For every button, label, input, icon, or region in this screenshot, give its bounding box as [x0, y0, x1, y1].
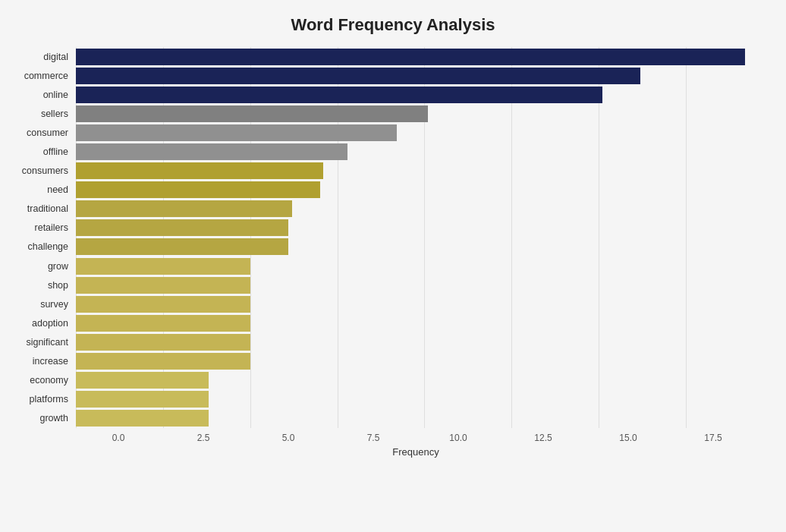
grid-line [250, 47, 251, 428]
bar-label: growth [8, 413, 76, 423]
bar-row: economy [76, 372, 756, 389]
bar-row: consumer [76, 124, 756, 141]
chart-container: Word Frequency Analysis digitalcommerceo… [0, 0, 786, 532]
bar-label: economy [8, 375, 76, 386]
bar-label: survey [8, 299, 76, 310]
bar-fill [76, 219, 288, 236]
bar-track [76, 238, 756, 255]
bar-fill [76, 258, 250, 275]
bar-fill [76, 105, 428, 122]
chart-area: digitalcommerceonlinesellersconsumeroffl… [76, 47, 756, 458]
bar-fill [76, 87, 602, 103]
bar-track [76, 219, 756, 236]
bar-label: platforms [8, 394, 76, 405]
grid-line [424, 47, 425, 428]
x-tick: 2.5 [161, 433, 246, 443]
x-tick: 15.0 [586, 433, 671, 443]
bar-row: shop [76, 277, 756, 294]
bar-track [76, 68, 756, 84]
grid-line [76, 47, 77, 428]
x-tick: 17.5 [671, 433, 756, 443]
bar-fill [76, 162, 323, 179]
bar-label: commerce [8, 71, 76, 81]
bar-row: need [76, 181, 756, 198]
bar-row: significant [76, 334, 756, 351]
x-tick: 10.0 [416, 433, 501, 443]
bar-label: traditional [8, 203, 76, 214]
bar-fill [76, 143, 347, 160]
bar-row: sellers [76, 105, 756, 122]
bar-fill [76, 238, 288, 255]
bar-track [76, 277, 756, 294]
bar-track [76, 334, 756, 351]
bar-label: digital [8, 52, 76, 62]
bar-fill [76, 353, 250, 370]
bar-track [76, 87, 756, 103]
grid-line [338, 47, 338, 428]
bar-track [76, 49, 756, 65]
bar-track [76, 143, 756, 160]
bar-label: challenge [8, 241, 76, 252]
bar-track [76, 315, 756, 332]
x-tick: 0.0 [76, 433, 161, 443]
bar-label: consumer [8, 127, 76, 138]
bar-label: significant [8, 337, 76, 348]
grid-line [686, 47, 687, 428]
bar-label: online [8, 90, 76, 100]
bar-fill [76, 372, 209, 389]
grid-line [599, 47, 599, 428]
bar-track [76, 353, 756, 370]
bar-fill [76, 391, 209, 408]
bar-row: adoption [76, 315, 756, 332]
bar-fill [76, 181, 320, 198]
bar-row: growth [76, 410, 756, 427]
x-axis-label: Frequency [76, 443, 756, 458]
bar-track [76, 296, 756, 313]
bar-row: challenge [76, 238, 756, 255]
bar-row: retailers [76, 219, 756, 236]
bar-label: retailers [8, 222, 76, 233]
bar-row: grow [76, 258, 756, 275]
bar-fill [76, 410, 209, 427]
bar-track [76, 391, 756, 408]
bar-fill [76, 49, 745, 65]
bar-row: traditional [76, 200, 756, 217]
bar-fill [76, 200, 292, 217]
bar-row: offline [76, 143, 756, 160]
bar-label: increase [8, 356, 76, 367]
bar-track [76, 372, 756, 389]
bars-section: digitalcommerceonlinesellersconsumeroffl… [76, 47, 756, 428]
bar-track [76, 162, 756, 179]
bar-track [76, 124, 756, 141]
bar-label: grow [8, 261, 76, 272]
x-tick: 12.5 [501, 433, 586, 443]
x-axis: 0.02.55.07.510.012.515.017.5 [76, 428, 756, 443]
bar-label: consumers [8, 165, 76, 176]
bar-label: need [8, 184, 76, 195]
bar-row: increase [76, 353, 756, 370]
bar-track [76, 105, 756, 122]
grid-line [163, 47, 164, 428]
bar-row: survey [76, 296, 756, 313]
bar-row: commerce [76, 68, 756, 84]
bar-row: online [76, 87, 756, 103]
bar-fill [76, 124, 397, 141]
bar-fill [76, 68, 640, 84]
bar-label: sellers [8, 109, 76, 119]
x-tick: 5.0 [246, 433, 331, 443]
chart-title: Word Frequency Analysis [76, 15, 756, 35]
bar-track [76, 410, 756, 427]
grid-lines [76, 47, 756, 428]
bar-label: adoption [8, 318, 76, 329]
bar-fill [76, 334, 250, 351]
bar-track [76, 258, 756, 275]
bar-fill [76, 296, 250, 313]
bar-track [76, 181, 756, 198]
bar-fill [76, 277, 250, 294]
bar-row: consumers [76, 162, 756, 179]
grid-line [511, 47, 512, 428]
bar-label: offline [8, 146, 76, 157]
bar-row: digital [76, 49, 756, 65]
bar-fill [76, 315, 250, 332]
bar-row: platforms [76, 391, 756, 408]
